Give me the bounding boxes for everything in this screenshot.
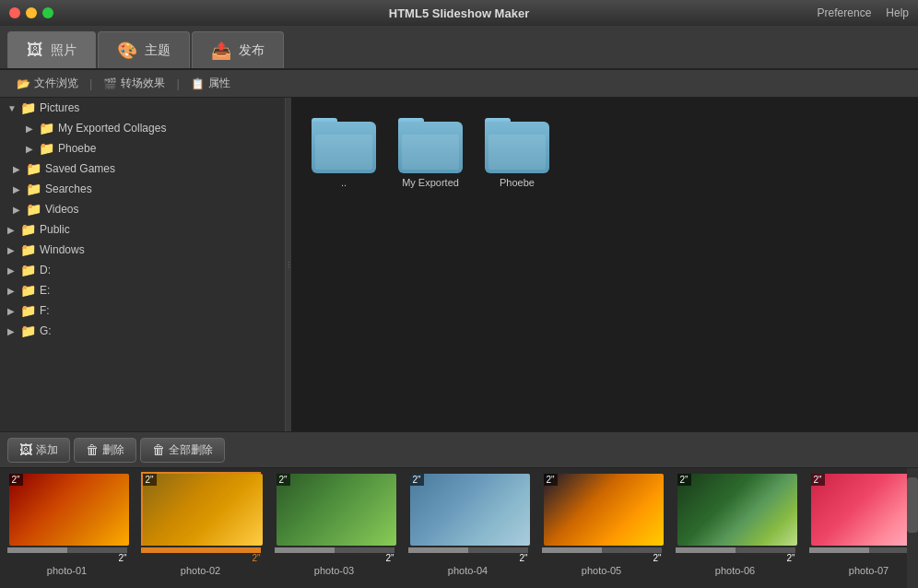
thumb-photo-03[interactable]: 2" 2" photo-03 bbox=[267, 468, 401, 588]
folder-shape-2 bbox=[398, 122, 463, 173]
strip-scrollbar[interactable] bbox=[907, 468, 918, 588]
arrow-d: ▶ bbox=[7, 265, 20, 276]
main-area: ▼ 📁 Pictures ▶ 📁 My Exported Collages ▶ … bbox=[0, 98, 918, 431]
header-actions: Preference Help bbox=[818, 6, 909, 19]
thumb-name-02: photo-02 bbox=[181, 565, 220, 576]
folder-icon-pictures: 📁 bbox=[20, 100, 36, 115]
thumb-wrapper-07: 2" bbox=[809, 472, 919, 546]
thumb-duration-bar-06: 2" bbox=[676, 553, 795, 563]
thumb-wrapper-05: 2" bbox=[542, 472, 662, 546]
folder-inner-2 bbox=[402, 135, 459, 170]
tree-item-f[interactable]: ▶ 📁 F: bbox=[0, 300, 285, 321]
arrow-windows: ▶ bbox=[7, 245, 20, 255]
thumb-photo-02[interactable]: 2" 2" photo-02 bbox=[134, 468, 267, 588]
minimize-button[interactable] bbox=[26, 7, 37, 18]
thumb-duration-bar-07: 2" bbox=[809, 553, 919, 563]
arrow-public: ▶ bbox=[7, 225, 20, 235]
add-button[interactable]: 🖼 添加 bbox=[7, 438, 70, 463]
tab-theme[interactable]: 🎨 主题 bbox=[98, 31, 190, 68]
thumb-photo-07[interactable]: 2" 2" photo-07 bbox=[802, 468, 918, 588]
arrow-e: ▶ bbox=[7, 286, 20, 296]
close-button[interactable] bbox=[9, 7, 20, 18]
tree-item-pictures[interactable]: ▼ 📁 Pictures bbox=[0, 98, 285, 118]
thumb-name-05: photo-05 bbox=[582, 565, 621, 576]
tree-item-windows[interactable]: ▶ 📁 Windows bbox=[0, 240, 285, 260]
delete-all-button[interactable]: 🗑 全部删除 bbox=[140, 438, 225, 463]
arrow-pictures: ▼ bbox=[7, 103, 20, 113]
thumb-duration-bar-01: 2" bbox=[7, 553, 127, 563]
traffic-lights bbox=[9, 7, 53, 18]
grid-item-back[interactable]: .. bbox=[306, 112, 382, 194]
grid-item-phoebe[interactable]: Phoebe bbox=[479, 112, 555, 194]
toolbar-sep-2: | bbox=[176, 76, 179, 90]
file-browser-icon: 📂 bbox=[17, 77, 30, 90]
tree-item-g[interactable]: ▶ 📁 G: bbox=[0, 321, 285, 341]
thumb-canvas-05 bbox=[544, 474, 664, 546]
tab-photos[interactable]: 🖼 照片 bbox=[7, 31, 96, 68]
file-tree-pane[interactable]: ▼ 📁 Pictures ▶ 📁 My Exported Collages ▶ … bbox=[0, 98, 286, 431]
transition-icon: 🎬 bbox=[103, 77, 117, 90]
thumb-wrapper-03: 2" bbox=[275, 472, 394, 546]
thumb-photo-01[interactable]: 2" 2" photo-01 bbox=[0, 468, 134, 588]
tab-publish[interactable]: 📤 发布 bbox=[192, 31, 284, 68]
thumb-name-07: photo-07 bbox=[849, 565, 889, 576]
delete-label: 删除 bbox=[102, 442, 124, 458]
tree-item-saved-games[interactable]: ▶ 📁 Saved Games bbox=[0, 159, 285, 179]
tree-item-videos[interactable]: ▶ 📁 Videos bbox=[0, 199, 285, 219]
thumbnail-strip[interactable]: 2" 2" photo-01 2" 2" photo-02 2" 2" phot… bbox=[0, 468, 918, 588]
thumb-canvas-06 bbox=[677, 474, 797, 546]
arrow-searches: ▶ bbox=[13, 184, 26, 194]
arrow-saved-games: ▶ bbox=[13, 164, 26, 174]
thumb-wrapper-06: 2" bbox=[676, 472, 795, 546]
tree-item-e[interactable]: ▶ 📁 E: bbox=[0, 280, 285, 300]
tab-publish-label: 发布 bbox=[239, 42, 265, 59]
tree-label-searches: Searches bbox=[45, 182, 92, 195]
tree-item-phoebe[interactable]: ▶ 📁 Phoebe bbox=[0, 138, 285, 159]
tree-item-my-exported-collages[interactable]: ▶ 📁 My Exported Collages bbox=[0, 118, 285, 138]
add-label: 添加 bbox=[36, 442, 58, 458]
help-button[interactable]: Help bbox=[886, 6, 909, 19]
tree-item-public[interactable]: ▶ 📁 Public bbox=[0, 219, 285, 240]
toolbar-file-browser[interactable]: 📂 文件浏览 bbox=[9, 74, 86, 93]
thumb-wrapper-01: 2" bbox=[7, 472, 127, 546]
thumb-duration-bar-02: 2" bbox=[141, 553, 261, 563]
folder-inner-3 bbox=[488, 135, 546, 170]
delete-button[interactable]: 🗑 删除 bbox=[74, 438, 136, 463]
thumb-duration-top-04: 2" bbox=[410, 474, 424, 486]
arrow-g: ▶ bbox=[7, 326, 20, 336]
folder-icon-public: 📁 bbox=[20, 222, 36, 237]
tree-item-d[interactable]: ▶ 📁 D: bbox=[0, 260, 285, 280]
folder-icon-e: 📁 bbox=[20, 283, 36, 298]
preference-button[interactable]: Preference bbox=[818, 6, 872, 19]
arrow-my-exported-collages: ▶ bbox=[26, 123, 39, 134]
delete-icon: 🗑 bbox=[86, 442, 99, 457]
folder-icon-my-exported bbox=[398, 118, 463, 173]
thumb-photo-05[interactable]: 2" 2" photo-05 bbox=[535, 468, 668, 588]
arrow-phoebe: ▶ bbox=[26, 144, 39, 154]
file-grid-pane[interactable]: .. My Exported Phoebe bbox=[291, 98, 918, 431]
tab-photos-label: 照片 bbox=[51, 42, 76, 59]
tree-label-d: D: bbox=[40, 264, 51, 276]
folder-shape-3 bbox=[485, 122, 549, 173]
maximize-button[interactable] bbox=[42, 7, 53, 18]
folder-icon-back bbox=[312, 118, 376, 173]
grid-item-my-exported[interactable]: My Exported bbox=[393, 112, 468, 194]
thumb-photo-04[interactable]: 2" 2" photo-04 bbox=[401, 468, 535, 588]
folder-icon-windows: 📁 bbox=[20, 242, 36, 257]
thumb-photo-06[interactable]: 2" 2" photo-06 bbox=[668, 468, 802, 588]
tree-label-phoebe: Phoebe bbox=[58, 142, 96, 155]
toolbar: 📂 文件浏览 | 🎬 转场效果 | 📋 属性 bbox=[0, 70, 918, 98]
thumb-canvas-03 bbox=[277, 474, 396, 546]
toolbar-properties[interactable]: 📋 属性 bbox=[183, 74, 238, 93]
thumb-wrapper-02: 2" bbox=[141, 472, 261, 546]
thumb-duration-top-03: 2" bbox=[277, 474, 290, 486]
folder-icon-f: 📁 bbox=[20, 303, 36, 318]
tree-item-searches[interactable]: ▶ 📁 Searches bbox=[0, 179, 285, 199]
strip-scrollbar-thumb[interactable] bbox=[907, 477, 918, 533]
toolbar-transition[interactable]: 🎬 转场效果 bbox=[96, 74, 172, 93]
thumb-canvas-01 bbox=[9, 474, 129, 546]
folder-icon-searches: 📁 bbox=[26, 182, 41, 196]
properties-label: 属性 bbox=[208, 76, 230, 91]
thumb-duration-top-07: 2" bbox=[811, 474, 825, 486]
app-title: HTML5 Slideshow Maker bbox=[389, 6, 529, 20]
